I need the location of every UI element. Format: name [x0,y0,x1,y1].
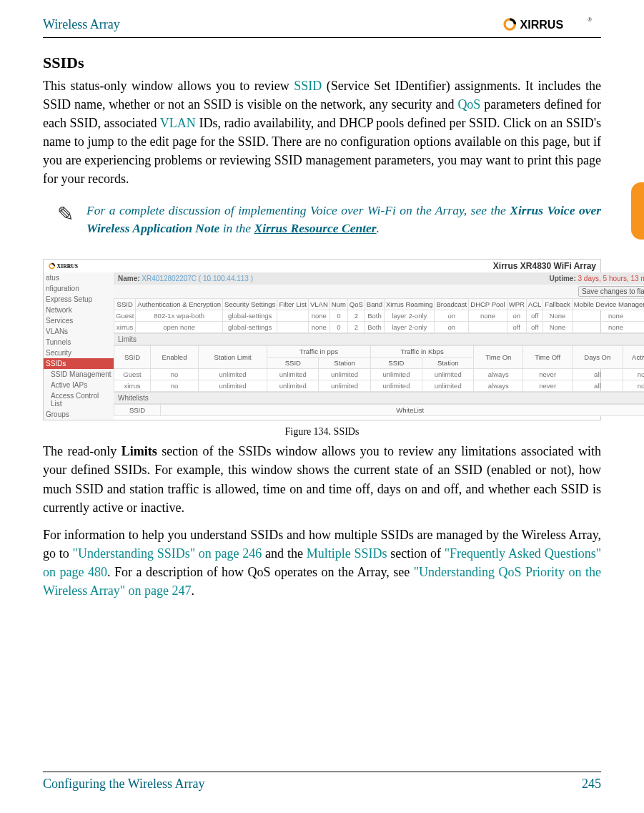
sidebar-item[interactable]: atus [44,272,114,283]
wmi-name-value: XR4012802207C ( 10.100.44.113 ) [142,275,253,282]
sidebar-item[interactable]: Services [44,315,114,326]
sidebar-item-ssids[interactable]: SSIDs [44,358,114,369]
link-understanding-ssids[interactable]: "Understanding SSIDs" on page 246 [73,546,262,561]
table-row: Guest no unlimited unlimited unlimited u… [114,369,645,380]
svg-text:®: ® [588,16,592,23]
limits-paragraph: The read-only Limits section of the SSID… [43,442,601,516]
wmi-sidebar: atus nfiguration Express Setup Network S… [44,272,114,420]
figure-ssids: XIRRUS Xirrus XR4830 WiFi Array atus nfi… [43,259,601,438]
whitelists-section-label: Whitelists [114,392,644,404]
save-button[interactable]: Save changes to flash [578,286,644,297]
link-vlan[interactable]: VLAN [160,116,196,130]
sidebar-item[interactable]: Access Control List [44,390,114,409]
xirrus-logo: XIRRUS ® [494,16,601,33]
note-text: For a complete discussion of implementin… [86,202,601,238]
sidebar-item[interactable]: Tunnels [44,337,114,348]
wmi-whitelist-table: SSID WhiteList [114,404,644,416]
pencil-icon: ✎ [57,205,74,225]
sidebar-item[interactable]: Active IAPs [44,380,114,390]
svg-text:XIRRUS: XIRRUS [520,19,564,31]
wmi-logo: XIRRUS [48,261,98,271]
sidebar-item[interactable]: Express Setup [44,294,114,305]
sidebar-item[interactable]: Security [44,348,114,358]
footer-section-title: Configuring the Wireless Array [43,777,204,792]
page-side-tab [631,182,644,240]
sidebar-item[interactable]: Groups [44,409,114,420]
svg-text:XIRRUS: XIRRUS [57,263,78,270]
sidebar-item[interactable]: Network [44,305,114,315]
link-qos[interactable]: QoS [457,97,480,112]
sidebar-item[interactable]: SSID Management [44,369,114,380]
note-block: ✎ For a complete discussion of implement… [43,197,601,247]
figure-caption: Figure 134. SSIDs [43,426,601,438]
wmi-uptime-value: 3 days, 5 hours, 13 mins [578,275,644,282]
sidebar-item[interactable]: nfiguration [44,283,114,294]
refs-paragraph: For information to help you understand S… [43,526,601,600]
link-resource-center[interactable]: Xirrus Resource Center [254,221,376,235]
link-ssid[interactable]: SSID [294,79,322,93]
wmi-status-bar: Name: XR4012802207C ( 10.100.44.113 ) Up… [114,272,644,285]
section-heading: SSIDs [43,54,601,72]
running-header: Wireless Array XIRRUS ® [43,16,601,38]
limits-section-label: Limits [114,333,644,345]
table-row: xirrus open none global-settings none 0 … [114,322,645,333]
table-row: xirrus no unlimited unlimited unlimited … [114,380,645,392]
table-row: Guest 802-1x wpa-both global-settings no… [114,310,645,322]
wmi-ssid-table: SSID Authentication & Encryption Securit… [114,298,644,333]
wmi-device-name: Xirrus XR4830 WiFi Array [493,261,596,271]
page-number: 245 [582,777,601,792]
page-footer: Configuring the Wireless Array 245 [43,772,601,792]
wmi-limits-table: SSID Enabled Station Limit Traffic in pp… [114,345,644,392]
link-multiple-ssids[interactable]: Multiple SSIDs [307,546,387,561]
sidebar-item[interactable]: VLANs [44,326,114,337]
intro-paragraph: This status-only window allows you to re… [43,77,601,189]
running-head-title: Wireless Array [43,17,120,32]
